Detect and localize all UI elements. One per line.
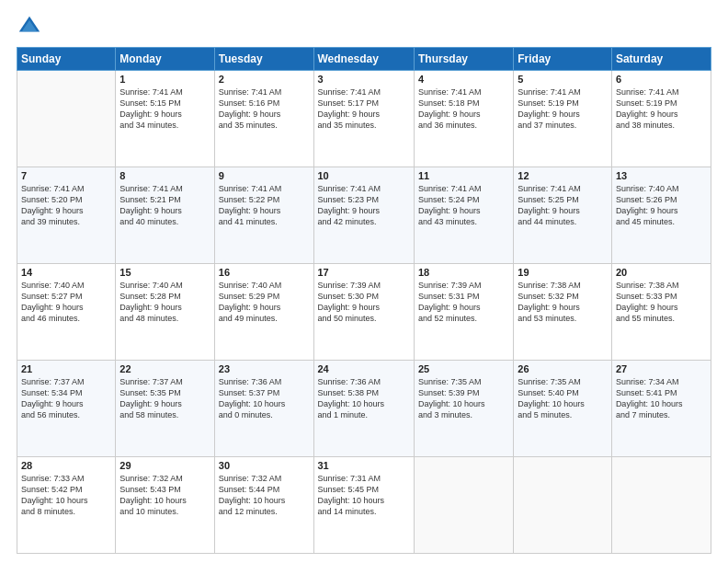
- day-number: 25: [418, 363, 509, 374]
- calendar-cell: 22Sunrise: 7:37 AM Sunset: 5:35 PM Dayli…: [116, 361, 214, 457]
- day-number: 6: [616, 74, 707, 85]
- calendar-cell: 24Sunrise: 7:36 AM Sunset: 5:38 PM Dayli…: [313, 361, 414, 457]
- calendar-cell: 30Sunrise: 7:32 AM Sunset: 5:44 PM Dayli…: [214, 457, 313, 554]
- calendar-cell: 18Sunrise: 7:39 AM Sunset: 5:31 PM Dayli…: [414, 264, 513, 361]
- week-row-3: 14Sunrise: 7:40 AM Sunset: 5:27 PM Dayli…: [17, 264, 711, 361]
- calendar-cell: 21Sunrise: 7:37 AM Sunset: 5:34 PM Dayli…: [17, 361, 116, 457]
- day-number: 23: [219, 363, 310, 374]
- day-number: 1: [119, 74, 210, 85]
- day-number: 11: [418, 170, 509, 181]
- day-number: 20: [616, 267, 707, 278]
- calendar-cell: 15Sunrise: 7:40 AM Sunset: 5:28 PM Dayli…: [116, 264, 214, 361]
- week-row-1: 1Sunrise: 7:41 AM Sunset: 5:15 PM Daylig…: [17, 71, 711, 167]
- day-number: 26: [518, 363, 608, 374]
- day-info: Sunrise: 7:41 AM Sunset: 5:17 PM Dayligh…: [318, 86, 410, 132]
- calendar-cell: 20Sunrise: 7:38 AM Sunset: 5:33 PM Dayli…: [611, 264, 711, 361]
- day-info: Sunrise: 7:41 AM Sunset: 5:16 PM Dayligh…: [219, 86, 310, 132]
- day-number: 18: [418, 267, 509, 278]
- day-info: Sunrise: 7:34 AM Sunset: 5:41 PM Dayligh…: [616, 376, 707, 421]
- logo: [17, 14, 46, 40]
- day-info: Sunrise: 7:40 AM Sunset: 5:29 PM Dayligh…: [219, 280, 310, 325]
- calendar-cell: 26Sunrise: 7:35 AM Sunset: 5:40 PM Dayli…: [514, 361, 612, 457]
- calendar-cell: 8Sunrise: 7:41 AM Sunset: 5:21 PM Daylig…: [116, 167, 214, 264]
- calendar-cell: [514, 457, 612, 554]
- day-number: 19: [518, 267, 608, 278]
- weekday-header-row: SundayMondayTuesdayWednesdayThursdayFrid…: [17, 48, 711, 71]
- day-number: 16: [219, 267, 310, 278]
- day-number: 2: [219, 74, 310, 85]
- day-number: 5: [518, 74, 608, 85]
- day-number: 24: [318, 363, 410, 374]
- day-info: Sunrise: 7:41 AM Sunset: 5:20 PM Dayligh…: [21, 183, 111, 228]
- calendar-cell: 27Sunrise: 7:34 AM Sunset: 5:41 PM Dayli…: [611, 361, 711, 457]
- day-info: Sunrise: 7:41 AM Sunset: 5:22 PM Dayligh…: [219, 183, 310, 228]
- page: SundayMondayTuesdayWednesdayThursdayFrid…: [0, 0, 728, 563]
- week-row-2: 7Sunrise: 7:41 AM Sunset: 5:20 PM Daylig…: [17, 167, 711, 264]
- day-info: Sunrise: 7:37 AM Sunset: 5:34 PM Dayligh…: [21, 376, 111, 421]
- day-info: Sunrise: 7:35 AM Sunset: 5:39 PM Dayligh…: [418, 376, 509, 421]
- day-number: 3: [318, 74, 410, 85]
- logo-icon: [17, 14, 42, 40]
- day-info: Sunrise: 7:36 AM Sunset: 5:37 PM Dayligh…: [219, 376, 310, 421]
- day-number: 12: [518, 170, 608, 181]
- week-row-5: 28Sunrise: 7:33 AM Sunset: 5:42 PM Dayli…: [17, 457, 711, 554]
- day-number: 31: [318, 460, 410, 471]
- calendar-cell: 11Sunrise: 7:41 AM Sunset: 5:24 PM Dayli…: [414, 167, 513, 264]
- day-info: Sunrise: 7:36 AM Sunset: 5:38 PM Dayligh…: [318, 376, 410, 421]
- calendar-cell: 7Sunrise: 7:41 AM Sunset: 5:20 PM Daylig…: [17, 167, 116, 264]
- calendar-cell: 5Sunrise: 7:41 AM Sunset: 5:19 PM Daylig…: [514, 71, 612, 167]
- calendar-cell: 2Sunrise: 7:41 AM Sunset: 5:16 PM Daylig…: [214, 71, 313, 167]
- day-info: Sunrise: 7:35 AM Sunset: 5:40 PM Dayligh…: [518, 376, 608, 421]
- calendar-cell: [414, 457, 513, 554]
- calendar-cell: 12Sunrise: 7:41 AM Sunset: 5:25 PM Dayli…: [514, 167, 612, 264]
- weekday-header-sunday: Sunday: [17, 48, 116, 71]
- day-info: Sunrise: 7:38 AM Sunset: 5:33 PM Dayligh…: [616, 280, 707, 325]
- day-number: 15: [119, 267, 210, 278]
- day-info: Sunrise: 7:39 AM Sunset: 5:31 PM Dayligh…: [418, 280, 509, 325]
- day-number: 21: [21, 363, 111, 374]
- week-row-4: 21Sunrise: 7:37 AM Sunset: 5:34 PM Dayli…: [17, 361, 711, 457]
- calendar-cell: [611, 457, 711, 554]
- day-number: 7: [21, 170, 111, 181]
- day-number: 30: [219, 460, 310, 471]
- day-number: 13: [616, 170, 707, 181]
- day-number: 27: [616, 363, 707, 374]
- day-info: Sunrise: 7:40 AM Sunset: 5:26 PM Dayligh…: [616, 183, 707, 228]
- day-number: 8: [119, 170, 210, 181]
- calendar-cell: 10Sunrise: 7:41 AM Sunset: 5:23 PM Dayli…: [313, 167, 414, 264]
- calendar-cell: 16Sunrise: 7:40 AM Sunset: 5:29 PM Dayli…: [214, 264, 313, 361]
- calendar-cell: 25Sunrise: 7:35 AM Sunset: 5:39 PM Dayli…: [414, 361, 513, 457]
- day-info: Sunrise: 7:41 AM Sunset: 5:18 PM Dayligh…: [418, 86, 509, 132]
- day-number: 28: [21, 460, 111, 471]
- calendar-cell: 17Sunrise: 7:39 AM Sunset: 5:30 PM Dayli…: [313, 264, 414, 361]
- day-info: Sunrise: 7:32 AM Sunset: 5:43 PM Dayligh…: [119, 473, 210, 518]
- day-number: 29: [119, 460, 210, 471]
- day-info: Sunrise: 7:40 AM Sunset: 5:28 PM Dayligh…: [119, 280, 210, 325]
- day-info: Sunrise: 7:37 AM Sunset: 5:35 PM Dayligh…: [119, 376, 210, 421]
- day-info: Sunrise: 7:38 AM Sunset: 5:32 PM Dayligh…: [518, 280, 608, 325]
- calendar-cell: 6Sunrise: 7:41 AM Sunset: 5:19 PM Daylig…: [611, 71, 711, 167]
- day-info: Sunrise: 7:39 AM Sunset: 5:30 PM Dayligh…: [318, 280, 410, 325]
- day-info: Sunrise: 7:41 AM Sunset: 5:19 PM Dayligh…: [616, 86, 707, 132]
- calendar-cell: 1Sunrise: 7:41 AM Sunset: 5:15 PM Daylig…: [116, 71, 214, 167]
- calendar-cell: 28Sunrise: 7:33 AM Sunset: 5:42 PM Dayli…: [17, 457, 116, 554]
- calendar-cell: [17, 71, 116, 167]
- day-info: Sunrise: 7:33 AM Sunset: 5:42 PM Dayligh…: [21, 473, 111, 518]
- calendar-cell: 4Sunrise: 7:41 AM Sunset: 5:18 PM Daylig…: [414, 71, 513, 167]
- calendar-cell: 3Sunrise: 7:41 AM Sunset: 5:17 PM Daylig…: [313, 71, 414, 167]
- weekday-header-saturday: Saturday: [611, 48, 711, 71]
- day-info: Sunrise: 7:41 AM Sunset: 5:21 PM Dayligh…: [119, 183, 210, 228]
- day-info: Sunrise: 7:31 AM Sunset: 5:45 PM Dayligh…: [318, 473, 410, 518]
- day-number: 9: [219, 170, 310, 181]
- day-number: 14: [21, 267, 111, 278]
- calendar-cell: 14Sunrise: 7:40 AM Sunset: 5:27 PM Dayli…: [17, 264, 116, 361]
- day-info: Sunrise: 7:32 AM Sunset: 5:44 PM Dayligh…: [219, 473, 310, 518]
- calendar-table: SundayMondayTuesdayWednesdayThursdayFrid…: [17, 47, 711, 554]
- day-info: Sunrise: 7:41 AM Sunset: 5:25 PM Dayligh…: [518, 183, 608, 228]
- calendar-cell: 31Sunrise: 7:31 AM Sunset: 5:45 PM Dayli…: [313, 457, 414, 554]
- calendar-cell: 9Sunrise: 7:41 AM Sunset: 5:22 PM Daylig…: [214, 167, 313, 264]
- day-info: Sunrise: 7:41 AM Sunset: 5:23 PM Dayligh…: [318, 183, 410, 228]
- day-info: Sunrise: 7:40 AM Sunset: 5:27 PM Dayligh…: [21, 280, 111, 325]
- calendar-cell: 19Sunrise: 7:38 AM Sunset: 5:32 PM Dayli…: [514, 264, 612, 361]
- calendar-cell: 13Sunrise: 7:40 AM Sunset: 5:26 PM Dayli…: [611, 167, 711, 264]
